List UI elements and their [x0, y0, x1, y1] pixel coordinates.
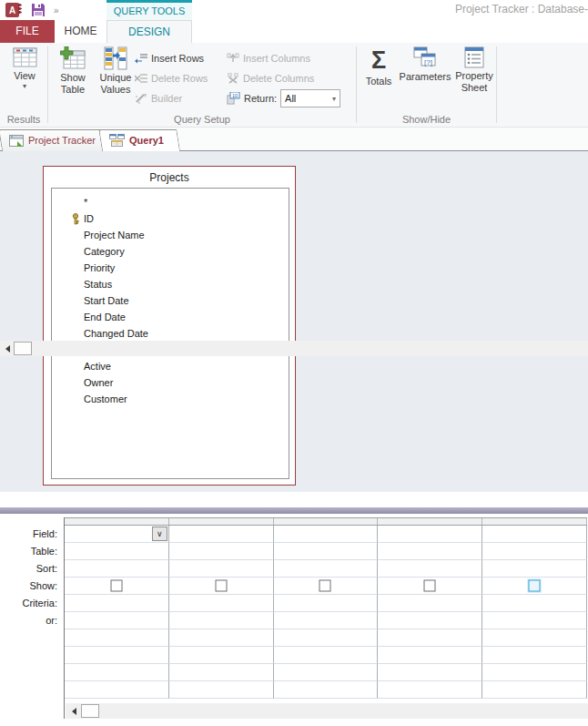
grid-cell[interactable]: [482, 664, 587, 681]
grid-cell[interactable]: [274, 526, 379, 543]
grid-cell[interactable]: [378, 629, 482, 647]
field-list-item[interactable]: Owner: [52, 374, 289, 391]
qat-overflow-icon[interactable]: »: [54, 5, 60, 15]
delete-columns-button[interactable]: Delete Columns: [227, 68, 354, 88]
grid-cell[interactable]: [65, 681, 169, 699]
grid-cell[interactable]: [378, 612, 482, 629]
top-pane-hscrollbar[interactable]: [0, 341, 588, 356]
show-checkbox[interactable]: [215, 580, 227, 592]
grid-column-header-strip[interactable]: [65, 517, 587, 526]
builder-button[interactable]: Builder: [135, 88, 221, 108]
grid-cell[interactable]: [378, 681, 482, 699]
grid-cell[interactable]: [274, 543, 379, 560]
grid-cell[interactable]: [274, 664, 379, 681]
field-list-item[interactable]: Category: [52, 243, 289, 260]
grid-cell[interactable]: [378, 647, 482, 664]
tab-file[interactable]: FILE: [0, 20, 55, 43]
show-checkbox[interactable]: [424, 580, 436, 592]
grid-cell[interactable]: [274, 578, 379, 595]
field-list-item[interactable]: *: [52, 194, 289, 210]
field-list-item[interactable]: Project Name: [52, 227, 289, 243]
grid-cell[interactable]: [169, 595, 274, 612]
grid-cell[interactable]: [65, 612, 169, 629]
field-list-item[interactable]: Changed Date: [52, 325, 289, 342]
insert-columns-button[interactable]: Insert Columns: [227, 48, 354, 68]
grid-cell[interactable]: [378, 664, 482, 681]
tab-home[interactable]: HOME: [55, 20, 106, 43]
scroll-thumb[interactable]: [14, 342, 32, 355]
column-selector[interactable]: [378, 518, 482, 525]
totals-button[interactable]: Σ Totals: [360, 46, 397, 87]
grid-cell[interactable]: [169, 526, 274, 543]
field-list-item[interactable]: Start Date: [52, 292, 289, 309]
column-selector[interactable]: [169, 518, 274, 525]
show-table-button[interactable]: Show Table: [53, 46, 93, 96]
tab-design[interactable]: DESIGN: [106, 20, 192, 43]
grid-cell[interactable]: [482, 578, 587, 595]
view-dropdown-arrow-icon[interactable]: ▾: [23, 83, 26, 90]
grid-cell[interactable]: [274, 681, 379, 699]
scroll-thumb[interactable]: [81, 704, 99, 718]
grid-cell[interactable]: [169, 543, 274, 560]
grid-cell[interactable]: [274, 629, 379, 647]
grid-cell[interactable]: [65, 647, 169, 664]
grid-cell[interactable]: ∨: [65, 526, 169, 543]
field-list-item[interactable]: Status: [52, 276, 289, 292]
grid-cell[interactable]: [378, 578, 482, 595]
field-list-item[interactable]: Active: [52, 358, 289, 374]
doc-tab-project-tracker[interactable]: Project Tracker: [2, 129, 112, 151]
doc-tab-query1[interactable]: Query1: [102, 129, 180, 151]
column-selector[interactable]: [274, 518, 379, 525]
field-list-title[interactable]: Projects: [44, 167, 295, 187]
parameters-button[interactable]: [?] Parameters: [397, 46, 453, 83]
grid-cell[interactable]: [482, 543, 587, 560]
grid-cell[interactable]: [169, 681, 274, 699]
field-list-item[interactable]: ID: [52, 210, 289, 227]
show-checkbox-focused[interactable]: [529, 580, 541, 592]
grid-cell[interactable]: [169, 560, 274, 578]
query-design-surface[interactable]: Projects *IDProject NameCategoryPriority…: [0, 151, 588, 492]
grid-cell[interactable]: [378, 526, 482, 543]
grid-cell[interactable]: [65, 578, 169, 595]
show-checkbox[interactable]: [110, 580, 122, 592]
insert-rows-button[interactable]: Insert Rows: [135, 48, 221, 68]
scroll-left-button[interactable]: [2, 342, 14, 355]
column-selector[interactable]: [65, 518, 169, 525]
unique-values-button[interactable]: Unique Values: [96, 46, 136, 96]
field-list-item[interactable]: Priority: [52, 260, 289, 276]
grid-cell[interactable]: [378, 595, 482, 612]
grid-cell[interactable]: [482, 647, 587, 664]
delete-rows-button[interactable]: Delete Rows: [135, 68, 221, 88]
field-list-item[interactable]: Customer: [52, 391, 289, 407]
grid-cell[interactable]: [482, 629, 587, 647]
show-checkbox[interactable]: [319, 580, 331, 592]
field-list-box-projects[interactable]: Projects *IDProject NameCategoryPriority…: [43, 166, 296, 486]
field-dropdown-button[interactable]: ∨: [152, 527, 167, 541]
grid-hscrollbar[interactable]: [66, 703, 588, 719]
grid-cell[interactable]: [65, 560, 169, 578]
grid-cell[interactable]: [482, 612, 587, 629]
grid-cell[interactable]: [274, 647, 379, 664]
grid-cell[interactable]: [65, 543, 169, 560]
grid-cell[interactable]: [65, 629, 169, 647]
column-selector[interactable]: [482, 518, 587, 525]
grid-cell[interactable]: [482, 560, 587, 578]
pane-splitter[interactable]: [0, 507, 588, 514]
property-sheet-button[interactable]: Property Sheet: [453, 46, 495, 94]
save-icon[interactable]: [31, 3, 46, 17]
grid-cell[interactable]: [378, 560, 482, 578]
grid-cell[interactable]: [169, 612, 274, 629]
grid-cell[interactable]: [274, 560, 379, 578]
grid-cell[interactable]: [65, 595, 169, 612]
return-dropdown[interactable]: All ▾: [280, 89, 340, 107]
grid-cell[interactable]: [169, 664, 274, 681]
grid-cell[interactable]: [169, 647, 274, 664]
grid-cell[interactable]: [169, 629, 274, 647]
grid-cell[interactable]: [482, 595, 587, 612]
grid-cell[interactable]: [274, 612, 379, 629]
scroll-left-button[interactable]: [68, 704, 80, 718]
grid-cell[interactable]: [274, 595, 379, 612]
grid-cell[interactable]: [482, 681, 587, 699]
grid-cell[interactable]: [378, 543, 482, 560]
grid-cell[interactable]: [482, 526, 587, 543]
